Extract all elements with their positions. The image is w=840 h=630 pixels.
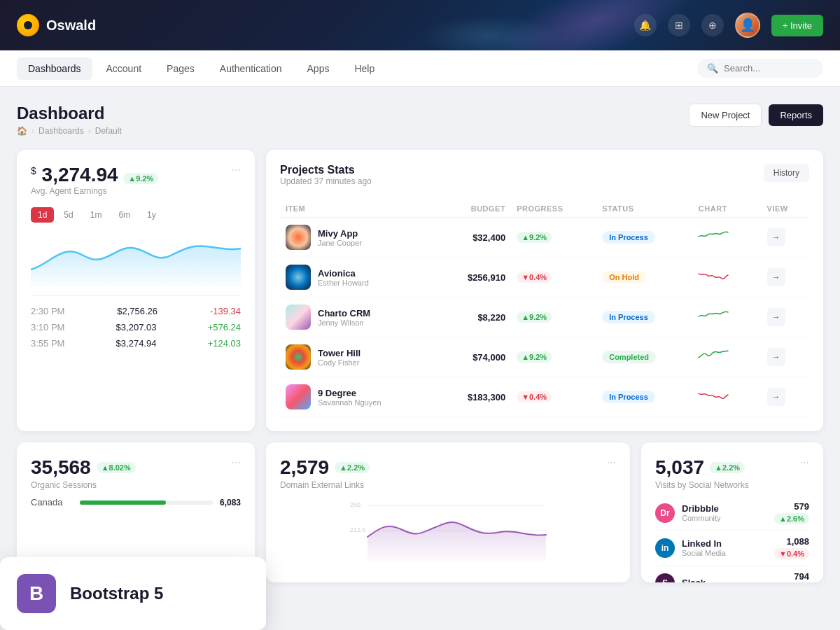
sparkline-2 [699, 308, 734, 325]
project-name-2: Charto CRM [318, 308, 370, 318]
project-view-1[interactable]: → [762, 258, 809, 298]
tab-1y[interactable]: 1y [140, 207, 163, 223]
social-badge-1: ▼0.4% [774, 548, 809, 559]
social-amount: 5,037 ▲2.2% [655, 456, 749, 479]
social-icon-2: S [655, 573, 675, 583]
page-title-area: Dashboard 🏠 › Dashboards › Default [17, 104, 122, 136]
status-badge-0: In Process [602, 231, 655, 244]
social-badge: ▲2.2% [710, 462, 745, 473]
project-status-1: On Hold [596, 258, 693, 298]
invite-button[interactable]: + Invite [771, 15, 823, 36]
view-button-4[interactable]: → [767, 388, 785, 406]
tab-1m[interactable]: 1m [83, 207, 109, 223]
earnings-chart [31, 231, 241, 287]
grid-icon[interactable]: ⊞ [668, 14, 690, 36]
nav-item-pages[interactable]: Pages [155, 57, 206, 80]
currency-symbol: $ [31, 165, 36, 176]
progress-badge-4: ▼0.4% [517, 391, 552, 402]
progress-badge-1: ▼0.4% [517, 272, 552, 283]
main-nav: Dashboards Account Pages Authentication … [0, 50, 840, 87]
project-view-4[interactable]: → [762, 377, 809, 417]
project-view-0[interactable]: → [762, 218, 809, 258]
project-progress-0: ▲9.2% [511, 218, 596, 258]
country-value: 6,083 [220, 498, 241, 507]
tab-1d[interactable]: 1d [31, 207, 54, 223]
project-chart-4 [693, 377, 762, 417]
project-progress-3: ▲9.2% [511, 337, 596, 377]
time-3: 3:55 PM [31, 338, 64, 349]
notifications-icon[interactable]: 🔔 [634, 14, 657, 36]
avatar[interactable]: 👤 [735, 13, 760, 38]
bootstrap-overlay: B Bootstrap 5 [0, 557, 266, 630]
social-item-0: Dr Dribbble Community 579 ▲2.6% [655, 496, 809, 531]
project-view-2[interactable]: → [762, 298, 809, 337]
view-button-2[interactable]: → [767, 308, 785, 326]
more-menu-icon[interactable]: ··· [232, 164, 241, 176]
table-header-row: ITEM BUDGET PROGRESS STATUS CHART VIEW [280, 200, 809, 218]
earnings-card: $ 3,274.94 ▲9.2% Avg. Agent Earnings ···… [17, 150, 255, 431]
social-value-0: 579 [774, 501, 809, 512]
new-project-button[interactable]: New Project [689, 104, 762, 127]
share-icon[interactable]: ⊕ [701, 14, 724, 36]
social-more-icon[interactable]: ··· [800, 456, 809, 469]
country-name: Canada [31, 497, 73, 507]
nav-item-help[interactable]: Help [343, 57, 386, 80]
status-badge-1: On Hold [602, 271, 646, 284]
breadcrumb-dashboards[interactable]: Dashboards [38, 126, 84, 136]
project-view-3[interactable]: → [762, 337, 809, 377]
amount-1: $2,756.26 [117, 306, 158, 316]
search-icon: 🔍 [707, 63, 718, 74]
home-icon: 🏠 [17, 126, 27, 136]
project-owner-1: Esther Howard [318, 279, 369, 287]
project-progress-2: ▲9.2% [511, 298, 596, 337]
earnings-rows: 2:30 PM $2,756.26 -139.34 3:10 PM $3,207… [31, 295, 241, 351]
tab-6m[interactable]: 6m [111, 207, 137, 223]
social-left-2: S Slack [655, 573, 706, 583]
earnings-row-3: 3:55 PM $3,274.94 +124.03 [31, 335, 241, 351]
status-badge-4: In Process [602, 391, 655, 403]
project-name-0: Mivy App [318, 228, 362, 239]
projects-header: Projects Stats Updated 37 minutes ago Hi… [280, 164, 809, 197]
project-chart-2 [693, 298, 762, 337]
project-owner-3: Cody Fisher [318, 358, 360, 367]
social-items: Dr Dribbble Community 579 ▲2.6% in Linke… [655, 496, 809, 582]
domain-more-icon[interactable]: ··· [607, 456, 616, 469]
project-owner-0: Jane Cooper [318, 239, 362, 247]
social-value-2: 794 [774, 571, 809, 582]
social-icon-0: Dr [655, 503, 675, 523]
view-button-1[interactable]: → [767, 268, 785, 286]
amount-2: $3,207.03 [116, 322, 157, 332]
nav-item-apps[interactable]: Apps [296, 57, 341, 80]
view-button-0[interactable]: → [767, 228, 785, 246]
search-input[interactable] [724, 63, 813, 74]
nav-item-account[interactable]: Account [95, 57, 153, 80]
change-2: +576.24 [208, 322, 241, 332]
social-item-2: S Slack 794 ▲0.2% [655, 566, 809, 582]
social-card: 5,037 ▲2.2% Visits by Social Networks ··… [641, 442, 823, 582]
nav-item-authentication[interactable]: Authentication [209, 57, 293, 80]
social-stats-2: 794 ▲0.2% [774, 571, 809, 582]
country-bar-wrap [80, 500, 213, 505]
breadcrumb: 🏠 › Dashboards › Default [17, 126, 122, 136]
reports-button[interactable]: Reports [769, 104, 823, 126]
social-info-0: Dribbble Community [682, 503, 721, 522]
social-type-1: Social Media [682, 549, 726, 557]
organic-more-icon[interactable]: ··· [232, 456, 241, 469]
organic-amount: 35,568 ▲8.02% [31, 456, 136, 479]
history-button[interactable]: History [764, 164, 809, 182]
project-item-4: 9 Degree Savannah Nguyen [280, 377, 438, 417]
table-row: Tower Hill Cody Fisher $74,000 ▲9.2% Com… [280, 337, 809, 377]
col-status: STATUS [596, 200, 693, 218]
projects-updated: Updated 37 minutes ago [280, 176, 372, 186]
project-status-3: Completed [596, 337, 693, 377]
project-owner-2: Jenny Wilson [318, 318, 370, 327]
search-box: 🔍 [697, 59, 823, 78]
table-row: Charto CRM Jenny Wilson $8,220 ▲9.2% In … [280, 298, 809, 337]
projects-table: ITEM BUDGET PROGRESS STATUS CHART VIEW M… [280, 200, 809, 417]
nav-item-dashboards[interactable]: Dashboards [17, 57, 92, 80]
project-status-0: In Process [596, 218, 693, 258]
tab-5d[interactable]: 5d [57, 207, 80, 223]
project-budget-4: $183,300 [438, 377, 511, 417]
view-button-3[interactable]: → [767, 348, 785, 366]
social-left-0: Dr Dribbble Community [655, 503, 721, 523]
